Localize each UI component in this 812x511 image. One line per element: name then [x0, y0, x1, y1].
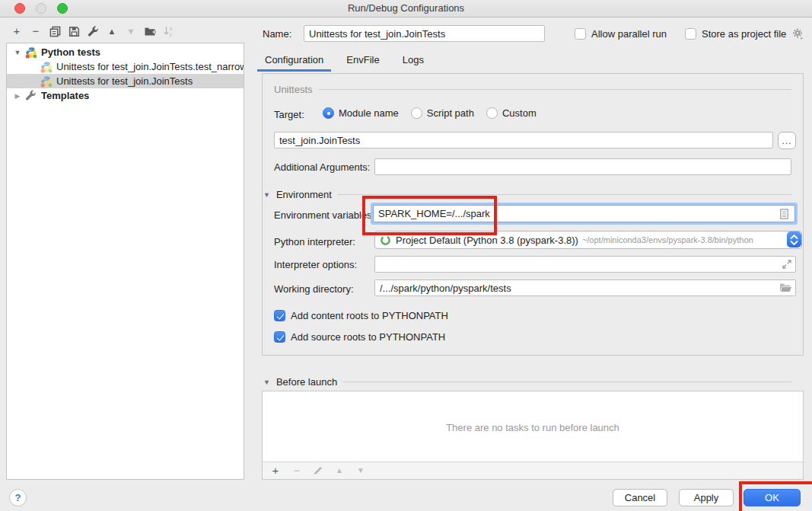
environment-variables-value: SPARK_HOME=/.../spark: [378, 208, 779, 219]
move-task-down-icon[interactable]: ▼: [355, 465, 367, 477]
before-launch-separator: ▼ Before launch: [263, 376, 791, 388]
window-title: Run/Debug Configurations: [0, 2, 812, 14]
move-down-icon[interactable]: ▼: [125, 25, 137, 37]
interpreter-options-label: Interpreter options:: [274, 259, 357, 270]
radio-label: Module name: [339, 107, 399, 119]
configurations-tree: ▼ Python tests Unittests for test_join.J…: [6, 43, 244, 480]
environment-section-label: Environment: [276, 189, 332, 200]
tab-label: EnvFile: [346, 54, 379, 65]
cancel-button[interactable]: Cancel: [613, 489, 667, 506]
help-question-mark: ?: [15, 492, 21, 503]
target-label: Target:: [274, 109, 304, 120]
separator-line: [343, 382, 791, 382]
tree-item-test-narrow[interactable]: Unittests for test_join.JoinTests.test_n…: [7, 59, 244, 74]
allow-parallel-run-checkbox[interactable]: Allow parallel run: [575, 28, 667, 40]
apply-button-label: Apply: [694, 492, 719, 503]
sort-configurations-icon[interactable]: az: [163, 25, 175, 37]
store-options-gear-icon[interactable]: [791, 27, 804, 43]
environment-section-separator: ▼ Environment: [263, 189, 791, 200]
edit-templates-wrench-icon[interactable]: [87, 25, 99, 37]
radio-label: Script path: [427, 107, 474, 119]
python-test-icon: [40, 61, 53, 73]
ok-button[interactable]: OK: [744, 489, 801, 506]
move-task-up-icon[interactable]: ▲: [333, 465, 345, 477]
browse-folder-icon[interactable]: [779, 282, 792, 293]
help-button[interactable]: ?: [9, 489, 27, 506]
collapse-caret-icon[interactable]: ▼: [263, 191, 270, 199]
radio-module-name[interactable]: Module name: [323, 107, 399, 119]
expand-caret-icon[interactable]: ▶: [13, 92, 22, 100]
collapse-caret-icon[interactable]: ▼: [263, 378, 270, 386]
tab-logs[interactable]: Logs: [395, 50, 431, 72]
target-radio-group: Module name Script path Custom: [323, 107, 537, 119]
radio-label: Custom: [502, 107, 537, 119]
before-launch-panel: There are no tasks to run before launch …: [262, 391, 804, 480]
browse-target-button[interactable]: ...: [778, 132, 796, 149]
copy-configuration-icon[interactable]: [49, 25, 61, 37]
checkbox-box[interactable]: [685, 28, 696, 40]
svg-text:a: a: [170, 26, 173, 31]
python-interpreter-path: ~/opt/miniconda3/envs/pyspark-3.8/bin/py…: [582, 235, 753, 244]
move-up-icon[interactable]: ▲: [106, 25, 118, 37]
run-debug-configurations-dialog: Run/Debug Configurations + − ▲ ▼ az ▼ Py: [0, 0, 812, 511]
target-input[interactable]: [274, 132, 773, 149]
browse-variables-icon[interactable]: [779, 208, 790, 220]
additional-arguments-input[interactable]: [374, 158, 791, 175]
checkbox-label: Store as project file: [702, 28, 786, 40]
name-label: Name:: [263, 28, 291, 40]
ok-button-label: OK: [765, 492, 779, 503]
tree-group-label: Python tests: [41, 46, 100, 58]
edit-task-pencil-icon[interactable]: [312, 465, 324, 477]
checkbox-box[interactable]: [274, 331, 285, 343]
add-content-roots-checkbox[interactable]: Add content roots to PYTHONPATH: [274, 310, 448, 321]
before-launch-label: Before launch: [276, 376, 337, 388]
radio-dot[interactable]: [486, 107, 498, 119]
python-interpreter-combo[interactable]: Project Default (Python 3.8 (pyspark-3.8…: [374, 231, 802, 249]
add-configuration-icon[interactable]: +: [11, 25, 23, 37]
unittests-section-separator: Unittests: [274, 84, 791, 95]
tab-label: Configuration: [265, 54, 323, 65]
remove-configuration-icon[interactable]: −: [30, 25, 42, 37]
tree-group-python-tests[interactable]: ▼ Python tests: [7, 45, 244, 59]
interpreter-options-input[interactable]: [374, 256, 796, 273]
checkbox-box[interactable]: [274, 310, 285, 321]
python-interpreter-label: Python interpreter:: [274, 236, 355, 248]
radio-script-path[interactable]: Script path: [411, 107, 474, 119]
tree-group-templates[interactable]: ▶ Templates: [7, 88, 244, 103]
apply-button[interactable]: Apply: [679, 489, 734, 506]
python-interpreter-value: Project Default (Python 3.8 (pyspark-3.8…: [396, 235, 578, 246]
environment-variables-label: Environment variables:: [274, 209, 374, 221]
checkbox-label: Add source roots to PYTHONPATH: [291, 331, 445, 343]
save-configuration-icon[interactable]: [68, 25, 80, 37]
tree-item-label: Unittests for test_join.JoinTests.test_n…: [56, 61, 244, 72]
remove-task-icon[interactable]: −: [291, 465, 303, 477]
add-source-roots-checkbox[interactable]: Add source roots to PYTHONPATH: [274, 331, 445, 343]
new-folder-icon[interactable]: [144, 25, 156, 37]
checkbox-box[interactable]: [575, 28, 586, 40]
collapse-caret-icon[interactable]: ▼: [13, 49, 22, 56]
checkbox-label: Allow parallel run: [591, 28, 667, 40]
python-test-icon: [40, 75, 53, 88]
radio-dot[interactable]: [323, 107, 334, 119]
templates-wrench-icon: [25, 90, 37, 102]
tree-item-jointests[interactable]: Unittests for test_join.JoinTests: [7, 74, 244, 88]
working-directory-label: Working directory:: [274, 283, 354, 295]
environment-variables-field[interactable]: SPARK_HOME=/.../spark: [371, 203, 798, 225]
titlebar[interactable]: Run/Debug Configurations: [0, 0, 812, 18]
combo-stepper-icon[interactable]: [787, 232, 801, 248]
tree-item-label: Unittests for test_join.JoinTests: [56, 75, 193, 87]
checkbox-label: Add content roots to PYTHONPATH: [291, 310, 448, 321]
before-launch-empty-text: There are no tasks to run before launch: [263, 391, 803, 463]
python-tests-icon: [25, 46, 37, 59]
radio-dot[interactable]: [411, 107, 422, 119]
working-directory-input[interactable]: [374, 279, 796, 296]
store-as-project-file-checkbox[interactable]: Store as project file: [685, 28, 786, 40]
expand-field-icon[interactable]: [781, 258, 793, 270]
radio-custom[interactable]: Custom: [486, 107, 537, 119]
tab-envfile[interactable]: EnvFile: [339, 50, 387, 72]
name-input[interactable]: [304, 25, 545, 42]
tab-configuration[interactable]: Configuration: [257, 50, 331, 72]
separator-line: [338, 194, 791, 195]
add-task-icon[interactable]: +: [269, 465, 282, 477]
tab-label: Logs: [403, 54, 424, 65]
